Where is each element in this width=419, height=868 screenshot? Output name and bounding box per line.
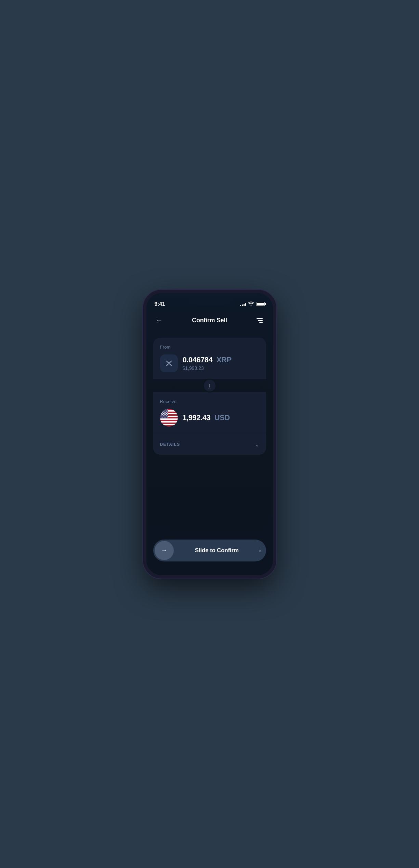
svg-point-33 — [163, 415, 163, 416]
receive-asset-amounts: 1,992.43 USD — [183, 413, 230, 422]
back-arrow-icon: ← — [156, 316, 163, 324]
from-primary-amount: 0.046784 XRP — [183, 355, 232, 364]
svg-rect-7 — [160, 424, 178, 425]
svg-rect-2 — [160, 410, 178, 412]
arrow-circle: ↓ — [203, 379, 217, 392]
svg-point-39 — [165, 416, 166, 417]
receive-card: Receive — [153, 392, 266, 455]
phone-screen: 9:41 — [146, 293, 273, 575]
receive-label: Receive — [160, 399, 259, 404]
svg-point-30 — [165, 414, 166, 415]
svg-point-26 — [166, 413, 167, 414]
status-icons — [240, 301, 265, 307]
details-row[interactable]: DETAILS ⌄ — [153, 435, 266, 455]
svg-point-23 — [161, 413, 162, 414]
signal-bar-3 — [244, 304, 245, 306]
svg-point-14 — [161, 411, 162, 411]
svg-point-9 — [160, 409, 161, 410]
svg-point-25 — [165, 413, 165, 414]
svg-point-36 — [160, 416, 161, 417]
signal-bars-icon — [240, 302, 246, 306]
from-ticker: XRP — [217, 355, 232, 364]
svg-point-21 — [165, 412, 166, 412]
battery-icon — [256, 302, 265, 306]
slide-label: Slide to Confirm — [175, 547, 259, 554]
svg-rect-5 — [160, 418, 178, 420]
receive-primary-amount: 1,992.43 USD — [183, 413, 230, 422]
filter-line-2 — [258, 320, 263, 321]
svg-point-20 — [163, 412, 164, 412]
back-button[interactable]: ← — [153, 314, 166, 327]
xrp-icon — [160, 354, 178, 372]
chevron-down-icon: ⌄ — [255, 441, 259, 448]
arrow-right-icon: → — [161, 547, 167, 554]
svg-point-37 — [162, 416, 163, 417]
from-amount-value: 0.046784 — [183, 355, 213, 364]
filter-line-3 — [259, 322, 263, 323]
svg-point-19 — [162, 412, 163, 412]
receive-asset-row: 1,992.43 USD — [160, 409, 259, 427]
svg-point-11 — [163, 409, 164, 410]
usd-flag-icon — [160, 409, 178, 427]
arrow-connector: ↓ — [153, 379, 266, 392]
receive-section: Receive — [153, 392, 266, 433]
svg-point-27 — [160, 414, 161, 415]
svg-point-28 — [162, 414, 163, 415]
svg-point-38 — [163, 416, 164, 417]
signal-bar-4 — [245, 303, 246, 306]
slide-thumb: → — [155, 541, 174, 560]
from-label: From — [160, 345, 259, 350]
filter-button[interactable] — [253, 314, 266, 327]
from-fiat-value: $1,993.23 — [183, 365, 232, 371]
nav-header: ← Confirm Sell — [146, 310, 273, 332]
svg-point-29 — [163, 414, 164, 415]
filter-line-1 — [257, 318, 263, 319]
details-label: DETAILS — [160, 442, 180, 447]
svg-point-18 — [160, 412, 161, 412]
slide-arrows-icon: ›› — [259, 548, 260, 553]
svg-point-24 — [163, 413, 163, 414]
status-time: 9:41 — [155, 301, 165, 307]
svg-point-15 — [163, 411, 163, 411]
svg-point-12 — [165, 409, 166, 410]
signal-bar-1 — [240, 305, 241, 306]
arrow-down-icon: ↓ — [208, 383, 211, 389]
svg-point-16 — [165, 411, 165, 411]
svg-rect-6 — [160, 421, 178, 423]
slide-to-confirm-button[interactable]: → Slide to Confirm ›› — [153, 540, 266, 561]
page-title: Confirm Sell — [192, 317, 227, 324]
svg-point-34 — [165, 415, 165, 416]
wifi-icon — [248, 301, 254, 307]
receive-amount-value: 1,992.43 — [183, 413, 211, 422]
signal-bar-2 — [242, 305, 243, 306]
svg-point-17 — [166, 411, 167, 411]
svg-point-31 — [167, 414, 167, 415]
svg-point-32 — [161, 415, 162, 416]
svg-point-35 — [166, 415, 167, 416]
from-card: From 0.046784 XRP $1,993.23 — [153, 338, 266, 379]
from-asset-row: 0.046784 XRP $1,993.23 — [160, 354, 259, 372]
svg-point-40 — [167, 416, 167, 417]
filter-icon — [257, 318, 263, 323]
slide-container: → Slide to Confirm ›› — [146, 533, 273, 575]
from-asset-amounts: 0.046784 XRP $1,993.23 — [183, 355, 232, 371]
phone-frame: 9:41 — [143, 290, 276, 579]
svg-point-10 — [162, 409, 163, 410]
notch — [188, 293, 231, 305]
receive-ticker: USD — [214, 413, 230, 422]
svg-point-22 — [167, 412, 167, 412]
svg-point-13 — [167, 409, 167, 410]
battery-fill — [257, 303, 264, 306]
